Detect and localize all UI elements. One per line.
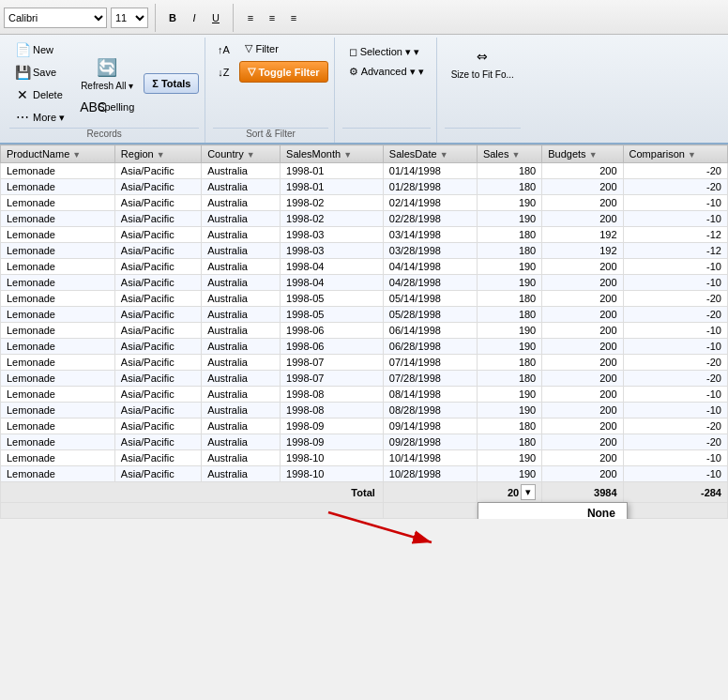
table-cell: 192	[542, 243, 623, 259]
delete-button[interactable]: ✕ Delete	[9, 84, 70, 105]
table-cell: 1998-05	[281, 307, 384, 323]
align-left-button[interactable]: ≡	[240, 8, 261, 28]
col-productname[interactable]: ProductName ▼	[1, 145, 115, 163]
table-cell: Lemonade	[1, 403, 115, 418]
align-center-button[interactable]: ≡	[262, 8, 282, 28]
table-cell: -20	[623, 371, 727, 387]
separator1	[155, 4, 156, 32]
col-salesmonth[interactable]: SalesMonth ▼	[281, 145, 384, 163]
table-row: LemonadeAsia/PacificAustralia1998-0707/2…	[1, 371, 728, 387]
table-cell: Asia/Pacific	[114, 466, 201, 482]
table-cell: 180	[477, 434, 541, 450]
more-button[interactable]: ⋯ More ▾	[9, 107, 70, 128]
table-row: LemonadeAsia/PacificAustralia1998-0808/1…	[1, 387, 728, 403]
table-cell: 200	[542, 355, 623, 371]
col-country[interactable]: Country ▼	[202, 145, 281, 163]
filter-arrow-productname[interactable]: ▼	[72, 150, 81, 160]
filter-arrow-comparison[interactable]: ▼	[688, 150, 696, 160]
filter-arrow-sales[interactable]: ▼	[511, 150, 520, 160]
table-cell: 190	[477, 259, 541, 275]
table-cell: Asia/Pacific	[114, 450, 201, 466]
font-name-select[interactable]: Calibri	[4, 8, 107, 28]
table-cell: Lemonade	[1, 418, 115, 434]
table-cell: -20	[623, 434, 727, 450]
total-sales-cell[interactable]: 20 ▾ NoneSumAverageCountMaximumMinimumSt…	[477, 482, 541, 503]
filter-arrow-salesmonth[interactable]: ▼	[343, 150, 352, 160]
table-cell: Asia/Pacific	[114, 227, 201, 243]
selection-button[interactable]: ◻ Selection ▾ ▾	[342, 43, 431, 61]
filter-arrow-salesdate[interactable]: ▼	[440, 150, 448, 160]
total-salesdate-cell	[383, 482, 477, 503]
table-cell: 200	[542, 195, 623, 211]
table-cell: 1998-08	[281, 387, 384, 403]
table-cell: 192	[542, 227, 623, 243]
totals-button[interactable]: Σ Totals	[144, 73, 199, 94]
table-cell: 200	[542, 163, 623, 179]
table-cell: 180	[477, 179, 541, 195]
table-cell: 1998-03	[281, 243, 384, 259]
table-cell: 09/14/1998	[383, 418, 477, 434]
table-container[interactable]: ProductName ▼ Region ▼ Country ▼ SalesMo…	[0, 145, 728, 519]
table-row: LemonadeAsia/PacificAustralia1998-0505/1…	[1, 291, 728, 307]
table-cell: Asia/Pacific	[114, 211, 201, 227]
selection-dropdown-icon: ▾	[414, 46, 419, 58]
table-cell: 05/14/1998	[383, 291, 477, 307]
font-size-select[interactable]: 11	[111, 8, 148, 28]
table-cell: 06/14/1998	[383, 323, 477, 339]
table-cell: 180	[477, 243, 541, 259]
table-row: LemonadeAsia/PacificAustralia1998-0606/1…	[1, 323, 728, 339]
table-header: ProductName ▼ Region ▼ Country ▼ SalesMo…	[1, 145, 728, 163]
new-button[interactable]: 📄 New	[9, 39, 70, 60]
col-region[interactable]: Region ▼	[114, 145, 201, 163]
table-cell: Australia	[202, 163, 281, 179]
dropdown-item[interactable]: None	[478, 503, 627, 519]
table-cell: Lemonade	[1, 355, 115, 371]
filter-button[interactable]: ▽ Filter	[239, 39, 327, 57]
table-cell: Australia	[202, 291, 281, 307]
col-comparison[interactable]: Comparison ▼	[623, 145, 727, 163]
table-cell: 200	[542, 291, 623, 307]
table-cell: -10	[623, 259, 727, 275]
table-row: LemonadeAsia/PacificAustralia1998-0909/1…	[1, 418, 728, 434]
save-button[interactable]: 💾 Save	[9, 62, 70, 83]
table-cell: Lemonade	[1, 339, 115, 355]
bold-button[interactable]: B	[162, 8, 183, 28]
table-cell: 200	[542, 307, 623, 323]
table-cell: Lemonade	[1, 371, 115, 387]
table-cell: 1998-01	[281, 163, 384, 179]
sort-desc-button[interactable]: ↓Z	[213, 62, 234, 83]
table-cell: 04/14/1998	[383, 259, 477, 275]
advanced-button[interactable]: ⚙ Advanced ▾ ▾	[342, 63, 431, 81]
aggregate-dropdown: NoneSumAverageCountMaximumMinimumStandar…	[478, 502, 628, 519]
size-to-fit-button[interactable]: ⇔ Size to Fit Fo...	[445, 39, 521, 84]
italic-button[interactable]: I	[184, 8, 205, 28]
table-cell: 180	[477, 307, 541, 323]
align-right-button[interactable]: ≡	[283, 8, 304, 28]
sort-asc-button[interactable]: ↑A	[213, 39, 234, 60]
table-cell: Asia/Pacific	[114, 387, 201, 403]
table-cell: 06/28/1998	[383, 339, 477, 355]
table-row: LemonadeAsia/PacificAustralia1998-0202/1…	[1, 195, 728, 211]
size-section-label	[445, 128, 521, 141]
refresh-button[interactable]: 🔄 Refresh All ▾	[74, 51, 140, 95]
col-budgets[interactable]: Budgets ▼	[542, 145, 623, 163]
toggle-filter-button[interactable]: ▽ Toggle Filter	[239, 61, 327, 83]
table-cell: Australia	[202, 403, 281, 418]
more-icon: ⋯	[15, 110, 30, 125]
filter-arrow-country[interactable]: ▼	[247, 150, 255, 160]
table-cell: Asia/Pacific	[114, 163, 201, 179]
total-count-value: 20	[508, 487, 519, 498]
table-cell: -20	[623, 418, 727, 434]
col-sales[interactable]: Sales ▼	[477, 145, 541, 163]
underline-button[interactable]: U	[205, 8, 226, 28]
spelling-button[interactable]: ABC Spelling	[74, 97, 140, 117]
selection-icon: ◻	[349, 46, 357, 58]
table-cell: -10	[623, 387, 727, 403]
filter-arrow-budgets[interactable]: ▼	[589, 150, 598, 160]
data-area: ProductName ▼ Region ▼ Country ▼ SalesMo…	[0, 145, 728, 519]
sort-filter-label: Sort & Filter	[213, 128, 327, 141]
total-dropdown-button[interactable]: ▾	[521, 484, 536, 500]
table-cell: 08/14/1998	[383, 387, 477, 403]
filter-arrow-region[interactable]: ▼	[157, 150, 165, 160]
col-salesdate[interactable]: SalesDate ▼	[383, 145, 477, 163]
